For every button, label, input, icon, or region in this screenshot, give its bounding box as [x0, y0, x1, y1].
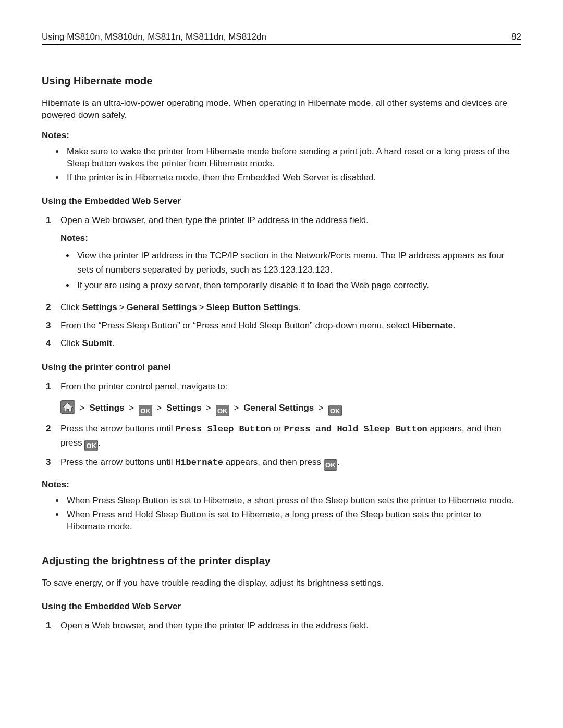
ok-icon: OK: [216, 405, 229, 416]
hibernate-notes: Make sure to wake the printer from Hiber…: [42, 146, 521, 184]
subheading-ews: Using the Embedded Web Server: [42, 195, 521, 207]
brightness-intro: To save energy, or if you have trouble r…: [42, 577, 521, 589]
step-text: Click: [60, 302, 82, 312]
home-icon: [60, 400, 75, 414]
notes-label: Notes:: [42, 130, 521, 142]
option-value: Hibernate: [412, 320, 453, 330]
ok-icon: OK: [139, 405, 152, 416]
step-notes: View the printer IP address in the TCP/I…: [60, 249, 521, 292]
note-item: If the printer is in Hibernate mode, the…: [65, 172, 521, 184]
subheading-ews: Using the Embedded Web Server: [42, 601, 521, 613]
step-text: From the printer control panel, navigate…: [60, 381, 227, 391]
header-title: Using MS810n, MS810dn, MS811n, MS811dn, …: [42, 31, 266, 43]
step-item: Press the arrow buttons until Press Slee…: [42, 422, 521, 451]
step-item: From the “Press Sleep Button” or “Press …: [42, 319, 521, 332]
button-label: Submit: [82, 338, 113, 348]
control-panel-notes: When Press Sleep Button is set to Hibern…: [42, 495, 521, 533]
ok-icon: OK: [84, 440, 98, 451]
menu-path: Settings: [82, 302, 117, 312]
menu-path: General Settings: [127, 302, 197, 312]
step-item: Click Settings>General Settings>Sleep Bu…: [42, 301, 521, 314]
note-item: Make sure to wake the printer from Hiber…: [65, 146, 521, 170]
note-item: When Press Sleep Button is set to Hibern…: [65, 495, 521, 507]
menu-path: Sleep Button Settings: [206, 302, 299, 312]
ok-icon: OK: [328, 405, 342, 416]
step-item: Click Submit.: [42, 337, 521, 350]
svg-marker-0: [63, 403, 73, 412]
step-text: Open a Web browser, and then type the pr…: [60, 215, 369, 225]
nav-path: > Settings > OK > Settings > OK > Genera…: [60, 399, 521, 417]
display-text: Press and Hold Sleep Button: [284, 424, 427, 434]
step-item: From the printer control panel, navigate…: [42, 380, 521, 416]
page-number: 82: [511, 31, 521, 43]
step-item: Press the arrow buttons until Hibernate …: [42, 455, 521, 471]
step-item: Open a Web browser, and then type the pr…: [42, 214, 521, 293]
menu-path: Settings: [166, 403, 201, 413]
hibernate-intro: Hibernate is an ultra-low-power operatin…: [42, 97, 521, 121]
menu-path: General Settings: [243, 403, 314, 413]
ok-icon: OK: [324, 459, 337, 471]
notes-label: Notes:: [60, 231, 521, 245]
display-text: Hibernate: [175, 458, 223, 467]
notes-label: Notes:: [42, 479, 521, 491]
section-brightness: Adjusting the brightness of the printer …: [42, 554, 521, 568]
control-panel-steps: From the printer control panel, navigate…: [42, 380, 521, 471]
section-hibernate: Using Hibernate mode: [42, 74, 521, 88]
step-text: Click: [60, 338, 82, 348]
step-item: Open a Web browser, and then type the pr…: [42, 619, 521, 633]
brightness-steps: Open a Web browser, and then type the pr…: [42, 619, 521, 633]
ews-steps: Open a Web browser, and then type the pr…: [42, 214, 521, 351]
note-item: View the printer IP address in the TCP/I…: [75, 249, 521, 277]
step-text: Press the arrow buttons until: [60, 424, 175, 434]
note-item: If your are using a proxy server, then t…: [75, 279, 521, 292]
note-item: When Press and Hold Sleep Button is set …: [65, 509, 521, 533]
step-text: From the “Press Sleep Button” or “Press …: [60, 320, 412, 330]
page-header: Using MS810n, MS810dn, MS811n, MS811dn, …: [42, 31, 521, 45]
step-text: Open a Web browser, and then type the pr…: [60, 621, 369, 631]
display-text: Press Sleep Button: [175, 424, 271, 434]
menu-path: Settings: [89, 403, 124, 413]
subheading-control-panel: Using the printer control panel: [42, 362, 521, 374]
step-text: Press the arrow buttons until: [60, 457, 175, 467]
